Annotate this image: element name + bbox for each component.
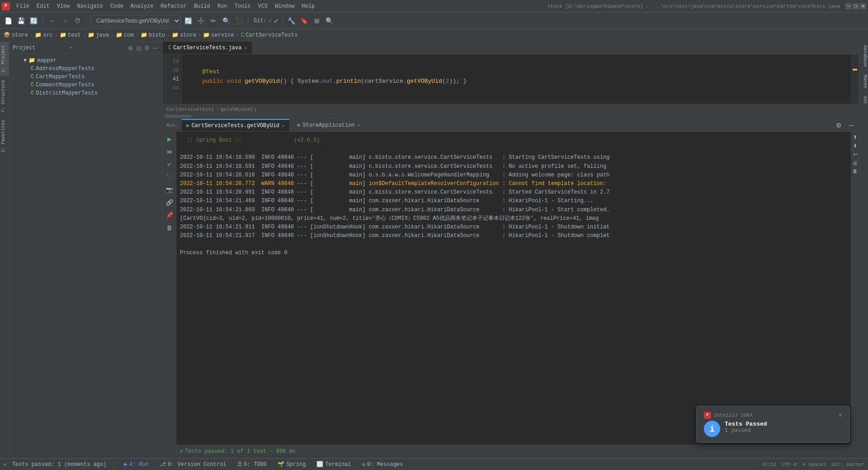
git-accept-icon[interactable]: ✔ — [274, 16, 278, 25]
run-expand-button[interactable]: ≫ — [164, 146, 175, 157]
run-tab-store[interactable]: ▶ StoreApplication ✕ — [293, 119, 364, 131]
menu-help[interactable]: Help — [298, 2, 318, 11]
scrollbar-thumb[interactable] — [165, 115, 192, 118]
bc-storemod[interactable]: 📁store — [172, 32, 196, 38]
run-pin-button[interactable]: 📌 — [164, 209, 175, 220]
spring-boot-line: :: Spring Boot :: (v2.6.5) — [180, 136, 847, 145]
recent-files-button[interactable]: ⏱ — [72, 15, 83, 26]
bc-java[interactable]: 📁java — [88, 32, 109, 38]
bc-service[interactable]: 📁service — [203, 32, 234, 38]
bc-src[interactable]: 📁src — [35, 32, 53, 38]
menu-view[interactable]: View — [53, 2, 74, 11]
bc-com[interactable]: 📁com — [116, 32, 134, 38]
menu-run[interactable]: Run — [214, 2, 231, 11]
run-tab-store-close[interactable]: ✕ — [358, 123, 360, 128]
run-config-edit[interactable]: ✏ — [208, 15, 219, 26]
run-check-button[interactable]: ✔ — [164, 159, 175, 170]
search-everywhere-button[interactable]: 🔍 — [324, 15, 335, 26]
tree-comment-mapper[interactable]: C CommentMapperTests — [9, 81, 162, 89]
menu-code[interactable]: Code — [107, 2, 127, 11]
new-file-button[interactable]: 📄 — [3, 15, 14, 26]
bookmark-button[interactable]: 🔖 — [299, 15, 310, 26]
todo-tab-label: 6: TODO — [244, 461, 267, 468]
log-line-9: 2022-10-11 16:54:21.917 INFO 49848 --- [… — [180, 232, 847, 240]
menu-window[interactable]: Window — [271, 2, 298, 11]
project-minimize[interactable]: ─ — [151, 44, 159, 52]
menu-refactor[interactable]: Refactor — [157, 2, 190, 11]
save-button[interactable]: 💾 — [15, 15, 26, 26]
menu-analyze[interactable]: Analyze — [127, 2, 157, 11]
sidebar-tab-ant[interactable]: Ant — [859, 92, 868, 108]
toolbar: 📄 💾 🔄 ← → ⏱ CartServiceTests.getVOByUid … — [0, 13, 868, 29]
run-config-refresh[interactable]: 🔄 — [183, 15, 193, 26]
editor-tab-cart-service[interactable]: C CartServiceTests.java ✕ — [163, 42, 253, 54]
run-settings-button[interactable]: ⚙ — [834, 121, 844, 130]
log-line-6: 2022-10-11 16:54:21.469 INFO 49848 --- [… — [180, 197, 847, 205]
code-line-39 — [188, 58, 845, 67]
editor-scrollbar[interactable] — [163, 114, 859, 119]
bc-cartservice[interactable]: CCartServiceTests — [241, 32, 297, 38]
sidebar-tab-structure[interactable]: 7: Structure — [0, 76, 9, 116]
layout-button[interactable]: ⊞ — [311, 15, 322, 26]
magnify-button[interactable]: 🔍 — [221, 15, 231, 26]
run-tab-cart-close[interactable]: ✕ — [282, 123, 285, 128]
code-content[interactable]: @Test public void getVOByUid() { System.… — [183, 54, 851, 104]
bottom-tab-todo[interactable]: ☰ 6: TODO — [235, 460, 269, 469]
wrap-button[interactable]: ↩ — [851, 151, 859, 158]
tree-district-mapper[interactable]: C DistrictMapperTests — [9, 89, 162, 97]
bc-bistu[interactable]: 📁bistu — [141, 32, 165, 38]
bc-test[interactable]: 📁test — [60, 32, 81, 38]
sidebar-tab-project[interactable]: 1: Project — [0, 42, 9, 76]
run-config-add[interactable]: ➕ — [195, 15, 206, 26]
menu-navigate[interactable]: Navigate — [73, 2, 107, 11]
status-git-branch: Git: master — [831, 462, 864, 467]
back-button[interactable]: ← — [47, 15, 57, 26]
menu-bar: P File Edit View Navigate Code Analyze R… — [0, 0, 868, 13]
sidebar-tab-favorites[interactable]: 2: Favorites — [0, 116, 9, 156]
run-minimize-button[interactable]: ─ — [847, 121, 855, 130]
forward-button[interactable]: → — [59, 15, 70, 26]
sidebar-tab-database[interactable]: Database — [859, 42, 868, 71]
bottom-tab-run[interactable]: ▶ 4: Run — [121, 460, 151, 469]
menu-vcs[interactable]: VCS — [255, 2, 272, 11]
tab-close-icon[interactable]: ✕ — [244, 45, 247, 51]
tree-mapper-folder[interactable]: ▼ 📁 mapper — [9, 56, 162, 65]
scroll-top-button[interactable]: ⬆ — [851, 133, 859, 141]
run-output[interactable]: :: Spring Boot :: (v2.6.5) 2022-10-11 16… — [176, 132, 851, 445]
menu-build[interactable]: Build — [190, 2, 214, 11]
project-dropdown-icon[interactable]: ▾ — [69, 45, 72, 51]
navigation-dropdown[interactable]: CartServiceTests.getVOByUid — [90, 15, 181, 27]
run-trash2-button[interactable]: 🗑 — [851, 167, 859, 175]
project-settings[interactable]: ⚙ — [143, 44, 151, 52]
settings-button[interactable]: 🔧 — [286, 15, 297, 26]
minimize-button[interactable]: ─ — [845, 3, 852, 9]
run-stop-button[interactable]: ⬛ — [164, 171, 175, 182]
line-num-39: 39 — [163, 58, 179, 66]
print-button[interactable]: 🖨 — [851, 159, 859, 166]
menu-tools[interactable]: Tools — [231, 2, 255, 11]
close-button[interactable]: ✕ — [860, 3, 866, 9]
run-trash-button[interactable]: 🗑 — [164, 222, 175, 233]
run-stop-button[interactable]: ⬛ — [233, 15, 244, 26]
bottom-tab-terminal[interactable]: ⬜ Terminal — [314, 460, 354, 469]
bottom-tab-spring[interactable]: 🌱 Spring — [275, 460, 308, 469]
bottom-tab-vcs[interactable]: ⎇ 9: Version Control — [157, 460, 229, 469]
menu-file[interactable]: File — [13, 2, 33, 11]
bc-store[interactable]: 📦store — [4, 32, 28, 38]
project-scroll-from[interactable]: ◎ — [135, 44, 143, 52]
run-connection-button[interactable]: 🔗 — [164, 197, 175, 208]
menu-edit[interactable]: Edit — [33, 2, 53, 11]
maximize-button[interactable]: □ — [853, 3, 859, 9]
tree-cart-mapper[interactable]: C CartMapperTests — [9, 73, 162, 81]
notification-close-button[interactable]: × — [839, 412, 842, 419]
run-tab-cart[interactable]: ▶ CartServiceTests.getVOByUid ✕ — [182, 119, 289, 131]
bottom-tab-messages[interactable]: ✉ 0: Messages — [359, 460, 406, 469]
scroll-bottom-button[interactable]: ⬇ — [851, 142, 859, 150]
sidebar-tab-maven[interactable]: Maven — [859, 71, 868, 92]
run-play-button[interactable]: ▶ — [164, 133, 175, 144]
tree-address-mapper[interactable]: C AddressMapperTests — [9, 65, 162, 73]
spring-tab-label: Spring — [286, 461, 306, 468]
project-add-content[interactable]: ⊕ — [127, 44, 135, 52]
sync-button[interactable]: 🔄 — [28, 15, 39, 26]
run-camera-button[interactable]: 📷 — [164, 184, 175, 195]
